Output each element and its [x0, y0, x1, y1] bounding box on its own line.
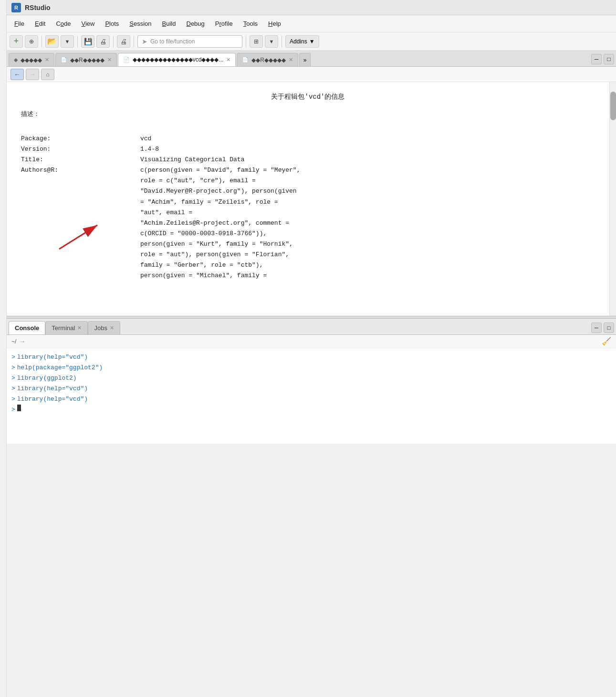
console-path: ~/ — [11, 338, 16, 345]
doc-row-package: Package: vcd — [21, 134, 595, 144]
back-button[interactable]: ← — [10, 69, 24, 80]
console-prompt-5: > — [11, 394, 15, 405]
tab-3-active[interactable]: 📄 ◆◆◆◆◆◆◆◆◆◆◆◆◆◆vcd◆◆◆◆... ✕ — [118, 53, 236, 66]
new-project-button[interactable]: ⊕ — [25, 35, 38, 48]
toolbar-separator-5 — [246, 36, 246, 47]
addins-label: Addins — [290, 38, 307, 45]
goto-arrow-icon: ➤ — [142, 38, 147, 45]
doc-key-authors-3 — [21, 186, 140, 197]
console-clear-button[interactable]: 🧹 — [602, 337, 611, 346]
minimize-pane-button[interactable]: ─ — [591, 54, 602, 64]
doc-val-authors-11: person(given = "Michael", family = — [140, 270, 595, 281]
addins-chevron-icon: ▼ — [309, 38, 315, 45]
menu-plots[interactable]: Plots — [100, 18, 124, 29]
console-tab-console[interactable]: Console — [9, 321, 45, 334]
console-toolbar: ~/ → 🧹 — [7, 335, 616, 348]
console-tab-terminal-label: Terminal — [52, 324, 75, 332]
console-prompt-active: > — [11, 405, 15, 415]
console-right-controls: ─ □ — [591, 322, 614, 334]
menu-profile[interactable]: Profile — [210, 18, 238, 29]
menu-edit[interactable]: Edit — [30, 18, 50, 29]
console-cmd-1: library(help="vcd") — [17, 352, 88, 363]
console-tab-terminal[interactable]: Terminal ✕ — [45, 321, 88, 334]
tab-4-label: ◆◆R◆◆◆◆◆ — [251, 57, 286, 63]
tab-4-close[interactable]: ✕ — [289, 57, 293, 63]
tabs-overflow-button[interactable]: » — [299, 53, 311, 66]
toolbar-separator-6 — [282, 36, 282, 47]
console-pane: Console Terminal ✕ Jobs ✕ ─ □ ~/ → 🧹 — [7, 319, 616, 444]
doc-key-authors-10 — [21, 260, 140, 270]
console-line-1: > library(help="vcd") — [11, 352, 611, 363]
toolbar-separator-1 — [42, 36, 42, 47]
doc-row-authors-5: "aut", email = — [21, 208, 595, 218]
menu-tools[interactable]: Tools — [239, 18, 262, 29]
console-prompt-1: > — [11, 352, 15, 363]
doc-key-authors-9 — [21, 250, 140, 260]
menu-view[interactable]: View — [76, 18, 99, 29]
document-content: 关于程辑包'vcd'的信息 描述： Package: vcd Version: … — [7, 82, 609, 316]
home-button[interactable]: ⌂ — [41, 69, 54, 80]
toolbar-separator-4 — [134, 36, 134, 47]
tab-4[interactable]: 📄 ◆◆R◆◆◆◆◆ ✕ — [237, 53, 298, 66]
doc-row-title: Title: Visualizing Categorical Data — [21, 155, 595, 165]
doc-key-title: Title: — [21, 155, 140, 165]
tab-1-close[interactable]: ✕ — [45, 57, 49, 63]
doc-val-authors-6: "Achim.Zeileis@R-project.org", comment = — [140, 218, 595, 229]
workspace-dropdown-button[interactable]: ▼ — [265, 35, 278, 48]
console-tab-jobs-label: Jobs — [94, 324, 107, 332]
console-line-3: > library(ggplot2) — [11, 373, 611, 384]
menu-help[interactable]: Help — [263, 18, 286, 29]
recent-files-button[interactable]: ▼ — [61, 35, 74, 48]
document-scrollbar[interactable] — [609, 82, 616, 316]
doc-row-authors-2: role = c("aut", "cre"), email = — [21, 176, 595, 186]
doc-val-authors-10: family = "Gerber", role = "ctb"), — [140, 260, 595, 270]
tabs-right-controls: ─ □ — [591, 54, 614, 66]
forward-button[interactable]: → — [26, 69, 39, 80]
document-scrollbar-thumb[interactable] — [610, 92, 616, 120]
doc-val-authors-3: "David.Meyer@R-project.org"), person(giv… — [140, 186, 595, 197]
tab-2-close[interactable]: ✕ — [107, 57, 112, 63]
console-line-active: > — [11, 405, 611, 415]
console-cursor — [17, 405, 21, 411]
app-title: RStudio — [25, 4, 51, 11]
workspace-button[interactable]: ⊞ — [250, 35, 263, 48]
console-minimize-button[interactable]: ─ — [591, 322, 602, 333]
print-button[interactable]: 🖨 — [117, 35, 130, 48]
tab-3-close[interactable]: ✕ — [226, 57, 230, 63]
tab-3-label: ◆◆◆◆◆◆◆◆◆◆◆◆◆◆vcd◆◆◆◆... — [133, 56, 224, 63]
doc-key-authors-6 — [21, 218, 140, 229]
save-all-button[interactable]: 🖨 — [96, 35, 110, 48]
menu-session[interactable]: Session — [125, 18, 156, 29]
doc-val-authors-1: c(person(given = "David", family = "Meye… — [140, 165, 595, 176]
console-tab-jobs[interactable]: Jobs ✕ — [88, 321, 120, 334]
console-cmd-3: library(ggplot2) — [17, 373, 77, 384]
doc-row-authors-4: = "Achim", family = "Zeileis", role = — [21, 197, 595, 208]
menu-file[interactable]: File — [10, 18, 29, 29]
menubar: File Edit Code View Plots Session Build … — [7, 15, 616, 32]
maximize-pane-button[interactable]: □ — [604, 54, 614, 64]
tab-2[interactable]: 📄 ◆◆R◆◆◆◆◆ ✕ — [55, 53, 117, 66]
console-tab-jobs-close[interactable]: ✕ — [110, 325, 114, 331]
doc-key-package: Package: — [21, 134, 140, 144]
console-content: > library(help="vcd") > help(package="gg… — [7, 348, 616, 444]
goto-file-input[interactable]: ➤ Go to file/function — [137, 35, 242, 48]
document-title: 关于程辑包'vcd'的信息 — [21, 92, 595, 102]
tab-1[interactable]: ◆ ◆◆◆◆◆ ✕ — [9, 53, 54, 66]
console-path-icon[interactable]: → — [19, 338, 25, 345]
document-table: Package: vcd Version: 1.4-8 Title: Visua… — [21, 134, 595, 281]
tab-1-label: ◆◆◆◆◆ — [21, 57, 42, 63]
addins-button[interactable]: Addins ▼ — [285, 35, 319, 48]
open-file-button[interactable]: 📂 — [45, 35, 59, 48]
console-cmd-4: library(help="vcd") — [17, 384, 88, 394]
doc-key-authors-8 — [21, 239, 140, 250]
tab-3-icon: 📄 — [123, 57, 130, 63]
menu-build[interactable]: Build — [157, 18, 181, 29]
menu-code[interactable]: Code — [51, 18, 75, 29]
doc-key-version: Version: — [21, 144, 140, 155]
console-tab-terminal-close[interactable]: ✕ — [77, 325, 82, 331]
console-maximize-button[interactable]: □ — [604, 322, 614, 333]
new-file-button[interactable]: + — [10, 35, 23, 48]
save-button[interactable]: 💾 — [81, 35, 94, 48]
doc-row-authors-10: family = "Gerber", role = "ctb"), — [21, 260, 595, 270]
menu-debug[interactable]: Debug — [182, 18, 209, 29]
